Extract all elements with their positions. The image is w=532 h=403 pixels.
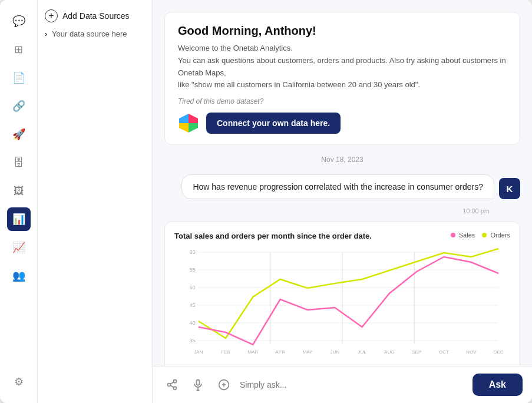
welcome-card: Good Morning, Anthony! Welcome to the On… [164,12,520,145]
user-message-bubble: How has revenue progression correlated w… [181,174,494,199]
mic-icon-btn[interactable] [188,375,208,395]
ask-input[interactable] [240,380,467,389]
svg-text:SEP: SEP [412,349,421,355]
mic-icon [192,379,204,391]
svg-line-40 [170,385,174,387]
database-icon[interactable]: 🗄 [7,151,31,174]
main-area: Good Morning, Anthony! Welcome to the On… [153,0,532,403]
settings-icon[interactable]: ⚙ [7,370,31,394]
add-data-sources-button[interactable]: + Add Data Sources [45,9,145,22]
svg-text:45: 45 [189,302,195,308]
sales-legend-dot [451,233,455,237]
rocket-icon[interactable]: 🚀 [7,123,31,146]
svg-text:NOV: NOV [466,349,477,355]
user-timestamp: 10:00 pm [164,207,520,214]
chat-icon[interactable]: 💬 [7,9,31,33]
svg-text:DEC: DEC [494,349,504,355]
svg-text:MAR: MAR [247,349,258,355]
svg-text:50: 50 [189,285,195,290]
orders-line [199,249,498,338]
svg-text:40: 40 [189,320,195,326]
svg-point-38 [168,384,171,387]
chat-messages: Good Morning, Anthony! Welcome to the On… [153,0,532,366]
pie-chart-icon[interactable]: 📈 [7,236,31,259]
left-panel: + Add Data Sources › Your data source he… [38,0,153,403]
onetab-logo [178,113,199,134]
sidebar: 💬⊞📄🔗🚀🗄🖼📊📈👥⚙ [0,0,38,403]
svg-text:AUG: AUG [384,349,395,355]
svg-text:MAY: MAY [302,349,313,355]
svg-text:APR: APR [275,349,285,355]
app-window: 💬⊞📄🔗🚀🗄🖼📊📈👥⚙ + Add Data Sources › Your da… [0,0,532,403]
image-icon[interactable]: 🖼 [7,179,31,203]
welcome-body: Welcome to the Onetab Analytics. You can… [178,42,507,91]
orders-legend-label: Orders [490,232,510,239]
user-avatar: K [499,178,520,199]
svg-point-39 [174,387,177,389]
svg-text:JUN: JUN [330,349,339,355]
sales-legend: Sales [451,232,475,239]
share-icon [166,379,178,391]
add-data-sources-label: Add Data Sources [62,11,130,21]
doc-icon[interactable]: 📄 [7,66,31,90]
welcome-title: Good Morning, Anthony! [178,24,507,38]
svg-text:JAN: JAN [194,349,203,355]
add-icon: + [45,9,58,22]
link-icon[interactable]: 🔗 [7,94,31,118]
add-circle-icon [218,379,230,391]
svg-point-37 [174,380,177,383]
orders-legend: Orders [482,232,510,239]
chart-legend: Sales Orders [451,232,510,239]
chart-svg: 60 55 50 45 40 35 JAN FEB MAR [174,246,510,364]
svg-text:JUL: JUL [358,349,366,355]
svg-text:60: 60 [189,249,195,255]
svg-text:OCT: OCT [439,349,449,355]
chart-card: Total sales and orders per month since t… [164,222,520,366]
input-bar: Ask [153,366,532,403]
svg-text:55: 55 [189,267,195,273]
svg-rect-42 [197,380,200,385]
user-message-row: How has revenue progression correlated w… [164,174,520,199]
chart-bar-icon[interactable]: 📊 [7,207,31,231]
svg-text:FEB: FEB [221,349,230,355]
share-icon-btn[interactable] [162,375,182,395]
data-source-item[interactable]: › Your data source here [45,29,145,38]
data-source-label: Your data source here [52,29,127,38]
date-divider: Nov 18, 2023 [164,152,520,167]
add-icon-btn[interactable] [214,375,234,395]
ask-button[interactable]: Ask [472,374,523,396]
orders-legend-dot [482,233,487,237]
users-icon[interactable]: 👥 [7,264,31,288]
chevron-icon: › [45,30,47,38]
svg-line-41 [170,382,174,384]
svg-text:35: 35 [189,338,195,343]
connect-row: Connect your own data here. [178,113,507,134]
tired-label: Tired of this demo dataset? [178,97,507,105]
sales-legend-label: Sales [459,232,475,239]
grid-icon[interactable]: ⊞ [7,38,31,61]
connect-btn[interactable]: Connect your own data here. [206,113,341,134]
